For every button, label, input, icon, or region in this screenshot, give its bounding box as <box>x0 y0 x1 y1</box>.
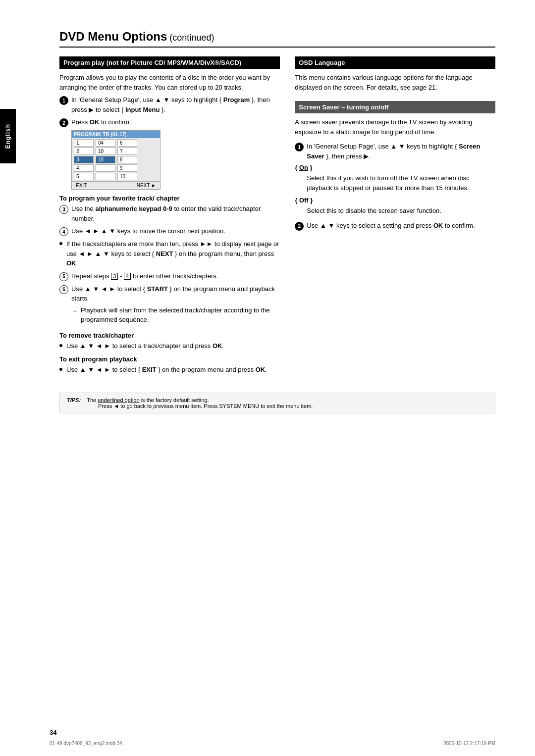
step3: 3 Use the alphanumeric keypad 0-9 to ent… <box>59 204 280 223</box>
page-number: 34 <box>50 729 56 736</box>
arrow-icon: → <box>71 306 78 316</box>
file-info-left: 01-49 dvp7400_93_eng2.indd 34 <box>50 741 122 746</box>
bullet-a <box>59 344 62 347</box>
prog-cell: 1 <box>74 139 94 147</box>
prog-cell: 4 <box>74 164 94 172</box>
brace-off: { Off } <box>295 197 495 204</box>
prog-cell: 18 <box>96 156 115 163</box>
prog-cell <box>96 164 115 172</box>
prog-cell: 6 <box>117 139 137 147</box>
file-info-right: 2006-10-12 2:17:19 PM <box>443 741 495 746</box>
prog-cell: 04 <box>96 139 115 147</box>
prog-table-header: PROGRAM: TR (01-17) <box>72 131 160 138</box>
step-num-5: 5 <box>59 272 68 281</box>
section2-header: OSD Language <box>295 56 495 69</box>
prog-cell: 10 <box>96 148 115 155</box>
brace-on: { On } <box>295 164 495 171</box>
step1: 1 In 'General Setup Page', use ▲ ▼ keys … <box>59 95 280 114</box>
tip2: Press ◄ to go back to previous menu item… <box>98 403 313 409</box>
section1-header: Program play (not for Picture CD/ MP3/WM… <box>59 56 280 69</box>
prog-cell: 10 <box>117 173 137 180</box>
program-table: PROGRAM: TR (01-17) 1 2 3 4 5 04 10 18 <box>71 130 160 190</box>
prog-cell: 3 <box>74 156 94 163</box>
main-content: Program play (not for Picture CD/ MP3/WM… <box>59 56 495 378</box>
prog-cell: 7 <box>117 148 137 155</box>
step-num-6: 6 <box>59 285 68 294</box>
tips-label: TIPS: <box>67 397 81 403</box>
next-label: NEXT ► <box>137 183 156 188</box>
sub-head-exit: To exit program playback <box>59 355 280 363</box>
tips-footer: TIPS: The underlined option is the facto… <box>59 393 495 413</box>
step-num-1: 1 <box>59 96 68 105</box>
brace-on-text: Select this if you wish to turn off the … <box>307 173 495 193</box>
prog-table-footer: EXIT NEXT ► <box>72 181 160 189</box>
bullet-b <box>59 368 62 371</box>
step-r1: 1 In 'General Setup Page', use ▲ ▼ keys … <box>295 142 495 161</box>
sidebar-label: English <box>4 124 11 149</box>
step4: 4 Use ◄ ► ▲ ▼ keys to move the cursor ne… <box>59 226 280 236</box>
step-remove: Use ▲ ▼ ◄ ► to select a track/chapter an… <box>59 341 280 351</box>
sub-head-remove: To remove track/chapter <box>59 332 280 339</box>
page-wrapper: English DVD Menu Options (continued) Pro… <box>0 0 535 756</box>
sub-head-program: To program your favorite track/ chapter <box>59 195 280 202</box>
tip1: The underlined option is the factory def… <box>87 397 209 403</box>
step-num-r1: 1 <box>295 143 304 151</box>
prog-cell: 8 <box>117 156 137 163</box>
prog-col-2: 04 10 18 <box>96 139 115 180</box>
prog-cell: 2 <box>74 148 94 155</box>
prog-cell: 5 <box>74 173 94 180</box>
section3-header: Screen Saver – turning on/off <box>295 101 495 113</box>
step-num-2: 2 <box>59 118 68 127</box>
step-r2: 2 Use ▲ ▼ keys to select a setting and p… <box>295 221 495 231</box>
section3-text: A screen saver prevents damage to the TV… <box>295 117 495 137</box>
right-column: OSD Language This menu contains various … <box>295 56 495 378</box>
prog-cell: 9 <box>117 164 137 172</box>
prog-cell <box>96 173 115 180</box>
prog-col-1: 1 2 3 4 5 <box>74 139 94 180</box>
section1-intro: Program allows you to play the contents … <box>59 73 280 92</box>
step-num-4: 4 <box>59 227 68 236</box>
left-column: Program play (not for Picture CD/ MP3/WM… <box>59 56 280 378</box>
step-num-r2: 2 <box>295 222 304 231</box>
arrow-text: Playback will start from the selected tr… <box>81 305 280 325</box>
brace-off-text: Select this to disable the screen saver … <box>307 206 495 216</box>
step5: If the tracks/chapters are more than ten… <box>59 239 280 268</box>
step-exit: Use ▲ ▼ ◄ ► to select { EXIT } on the pr… <box>59 365 280 375</box>
section2-text: This menu contains various language opti… <box>295 73 495 92</box>
prog-table-body: 1 2 3 4 5 04 10 18 6 <box>72 138 160 181</box>
page-title: DVD Menu Options (continued) <box>59 30 495 48</box>
step6: 5 Repeat steps 3 - 4 to enter other trac… <box>59 271 280 281</box>
step2: 2 Press OK to confirm. <box>59 117 280 127</box>
exit-label: EXIT <box>76 183 87 188</box>
step7: 6 Use ▲ ▼ ◄ ► to select { START } on the… <box>59 284 280 327</box>
sidebar-tab: English <box>0 109 16 163</box>
step-num-3: 3 <box>59 205 68 214</box>
bullet-5 <box>59 242 62 245</box>
prog-col-3: 6 7 8 9 10 <box>117 139 137 180</box>
